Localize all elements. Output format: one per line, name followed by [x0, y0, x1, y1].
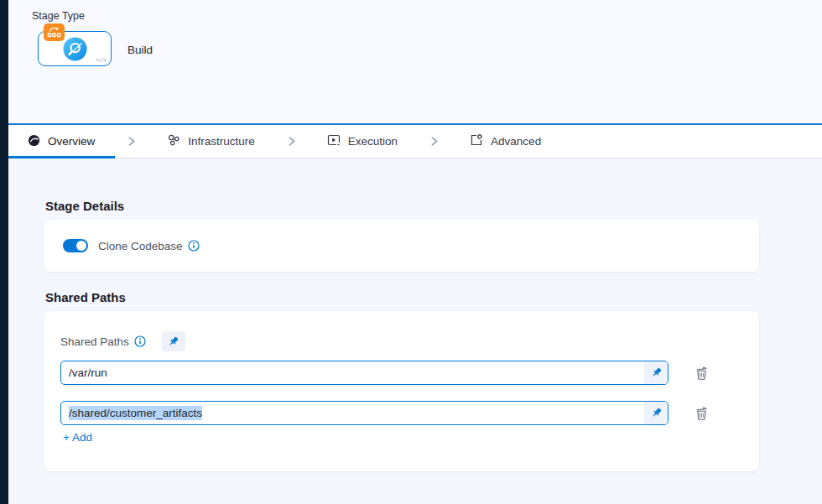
toggle-knob: [76, 241, 86, 251]
stage-type-panel: Stage Type </> Build: [8, 0, 822, 123]
code-glyph: </>: [96, 57, 107, 64]
overview-tab-content: Stage Details Clone Codebase Shared Path…: [8, 159, 822, 504]
tab-label: Advanced: [491, 135, 541, 148]
shared-paths-heading: Shared Paths: [45, 290, 126, 304]
left-nav-strip: [0, 0, 8, 504]
execution-icon: [327, 133, 341, 149]
pin-icon-button[interactable]: [644, 402, 668, 424]
overview-icon: [28, 134, 40, 149]
delete-path-button[interactable]: [693, 404, 710, 423]
clone-codebase-label: Clone Codebase: [98, 240, 183, 252]
tab-label: Overview: [48, 135, 95, 148]
pin-all-button[interactable]: [162, 331, 185, 351]
clone-codebase-toggle[interactable]: [63, 239, 88, 252]
shared-path-row: /var/run: [60, 361, 710, 385]
tab-execution[interactable]: Execution: [308, 125, 418, 158]
info-icon[interactable]: [134, 335, 146, 347]
ci-build-icon: [62, 36, 88, 65]
stage-config-tabbar: Overview Infrastructure Execution: [8, 125, 822, 158]
chevron-right-icon: [126, 136, 137, 147]
tab-label: Infrastructure: [188, 135, 255, 148]
chevron-right-icon: [429, 136, 440, 147]
delete-path-button[interactable]: [693, 364, 710, 382]
stage-type-label: Stage Type: [32, 10, 85, 22]
add-path-button[interactable]: + Add: [63, 431, 92, 444]
pin-icon-button[interactable]: [644, 361, 668, 384]
shared-path-input[interactable]: /shared/customer_artifacts: [60, 401, 669, 425]
info-icon[interactable]: [188, 240, 200, 252]
stage-details-card: Clone Codebase: [44, 220, 759, 272]
stage-details-heading: Stage Details: [45, 199, 124, 213]
tab-overview[interactable]: Overview: [8, 125, 115, 158]
tab-advanced[interactable]: Advanced: [450, 125, 561, 158]
tab-label: Execution: [348, 135, 398, 148]
chevron-right-icon: [286, 136, 297, 147]
shared-paths-field-label: Shared Paths: [60, 335, 129, 348]
advanced-icon: [470, 133, 483, 149]
tab-infrastructure[interactable]: Infrastructure: [148, 125, 275, 158]
shared-path-input[interactable]: /var/run: [60, 361, 669, 385]
path-value-selected: /shared/customer_artifacts: [69, 406, 202, 420]
stage-name-label: Build: [127, 44, 153, 56]
path-value: /var/run: [69, 366, 107, 379]
pipeline-badge-icon: [44, 23, 65, 41]
shared-paths-card: Shared Paths /var/run: [44, 311, 759, 471]
infrastructure-icon: [167, 133, 180, 149]
shared-path-row: /shared/customer_artifacts: [60, 401, 710, 425]
